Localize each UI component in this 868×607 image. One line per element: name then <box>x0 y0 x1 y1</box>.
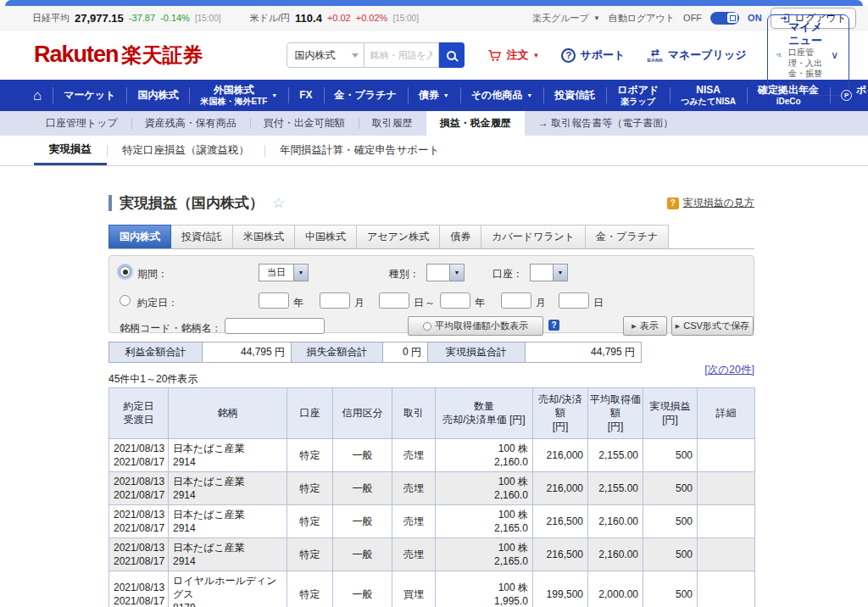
column-header: 数量 売却/決済単価 [円] <box>436 388 533 439</box>
cell-text: 500 <box>676 482 693 494</box>
moneybridge-link[interactable]: ⇄ BANK マネーブリッジ <box>647 47 746 63</box>
cell-trade-type: 売埋 <box>392 537 436 571</box>
asset-tab-1[interactable]: 投資信託 <box>171 225 233 248</box>
nav-item-bonds[interactable]: 債券▼ <box>408 80 460 111</box>
asset-tab-7[interactable]: 金・プラチナ <box>586 225 669 248</box>
trade-date-radio[interactable] <box>120 295 131 306</box>
cell-text: 2021/08/13 <box>114 509 164 521</box>
cell-account: 特定 <box>287 571 333 607</box>
avg-price-radio <box>423 322 431 331</box>
search-input[interactable] <box>364 42 439 68</box>
subnav-item-trade-history[interactable]: 取引履歴 <box>359 111 426 136</box>
nav-item-label-line1: ポイント <box>856 85 868 97</box>
subnav-item-pl-tax-history[interactable]: 損益・税金履歴 <box>426 111 525 136</box>
column-header: 口座 <box>287 388 333 439</box>
cell-text: 2021/08/17 <box>114 522 164 534</box>
tab-specific-account-pl[interactable]: 特定口座損益（譲渡益税） <box>107 136 264 165</box>
favorite-star-icon[interactable]: ☆ <box>272 194 285 212</box>
chevron-down-icon: ∨ <box>831 49 838 61</box>
cell-text: 500 <box>676 549 693 560</box>
cell-detail <box>698 571 755 607</box>
from-month-input[interactable] <box>320 292 350 309</box>
search-button[interactable] <box>439 42 465 68</box>
avg-price-help-icon[interactable] <box>548 320 559 331</box>
asset-tab-4[interactable]: アセアン株式 <box>357 225 440 248</box>
cell-avg-price: 2,000.00 <box>588 571 643 607</box>
cell-text: 2914 <box>173 489 196 501</box>
cell-text: 216,500 <box>547 515 583 527</box>
csv-save-button[interactable]: CSV形式で保存 <box>671 316 754 336</box>
cell-quantity-unit-price: 100 株1,995.0 <box>436 571 533 607</box>
asset-tab-6[interactable]: カバードワラント <box>481 225 586 248</box>
nav-item-mutual-funds[interactable]: 投資信託 <box>543 80 606 111</box>
title-accent-bar <box>108 195 112 211</box>
symbol-input[interactable] <box>225 318 325 334</box>
nav-item-point-investment[interactable]: ポイント投資▼ <box>830 80 868 111</box>
nav-item-home[interactable]: ⌂ <box>22 80 53 111</box>
to-month-input[interactable] <box>501 292 531 309</box>
tab-annual-pl-support[interactable]: 年間損益計算・確定申告サポート <box>264 136 454 165</box>
from-year-input[interactable] <box>259 292 289 309</box>
nav-item-market[interactable]: マーケット <box>53 80 126 111</box>
support-link[interactable]: サポート <box>561 47 625 63</box>
column-header: 信用区分 <box>333 388 392 439</box>
nav-item-nisa[interactable]: NISAつみたてNISA <box>670 80 747 111</box>
summary-value: 44,795 円 <box>202 342 291 362</box>
subnav-item-reports[interactable]: → 取引報告書等（電子書面） <box>525 111 687 136</box>
nav-item-dc-pension[interactable]: 確定拠出年金iDeCo <box>747 80 830 111</box>
cell-sell-amount: 199,500 <box>533 571 588 607</box>
order-label: 注文 <box>507 47 529 63</box>
cell-text: 特定 <box>300 482 320 494</box>
subnav-item-balance[interactable]: 資産残高・保有商品 <box>131 111 250 136</box>
avg-price-decimal-button[interactable]: 平均取得価額小数表示 <box>408 316 543 336</box>
nav-item-foreign-stock[interactable]: 外国株式米国株・海外ETF▼ <box>189 80 288 111</box>
asset-tab-3[interactable]: 中国株式 <box>295 225 357 248</box>
asset-tab-0[interactable]: 国内株式 <box>108 225 171 248</box>
tab-realized-pl[interactable]: 実現損益 <box>34 136 107 165</box>
month-unit-label: 月 <box>354 296 364 310</box>
type-select[interactable] <box>426 264 465 281</box>
cell-text: 2914 <box>173 456 196 468</box>
avg-price-button-label: 平均取得価額小数表示 <box>435 320 528 332</box>
cell-text: 216,500 <box>547 549 583 560</box>
cell-text: ロイヤルホールディングス <box>173 575 277 600</box>
asset-tab-5[interactable]: 債券 <box>440 225 481 248</box>
next-page-link[interactable]: [次の20件] <box>704 363 754 377</box>
logo-text-jp: 楽天証券 <box>122 43 203 66</box>
to-day-input[interactable] <box>559 292 589 309</box>
site-header: Rakuten楽天証券 国内株式 注文 ▼ サポート ⇄ BANK マネーブリッ… <box>0 31 868 80</box>
nav-item-label: 債券 <box>419 90 439 102</box>
cell-text: 500 <box>676 515 693 527</box>
cell-text: 100 株 <box>498 582 528 593</box>
from-day-input[interactable] <box>379 292 409 309</box>
subnav-item-account-top[interactable]: 口座管理トップ <box>32 111 131 136</box>
cell-text: 2021/08/17 <box>114 489 164 501</box>
nav-item-gold-platinum[interactable]: 金・プラチナ <box>324 80 408 111</box>
search-category-select[interactable]: 国内株式 <box>287 42 364 68</box>
rakuten-securities-logo[interactable]: Rakuten楽天証券 <box>34 42 203 69</box>
nav-item-other-products[interactable]: その他商品▼ <box>460 80 544 111</box>
cell-text: 8179 <box>173 602 196 607</box>
subnav-item-buying-power[interactable]: 買付・出金可能額 <box>250 111 359 136</box>
period-radio[interactable] <box>120 266 131 277</box>
nav-item-label-line2: つみたてNISA <box>681 97 736 107</box>
order-menu[interactable]: 注文 ▼ <box>487 47 540 63</box>
account-select[interactable] <box>530 264 568 281</box>
help-link[interactable]: 実現損益の見方 <box>683 196 754 210</box>
nav-item-domestic-stock[interactable]: 国内株式 <box>126 80 189 111</box>
nav-item-label-line1: 確定拠出年金 <box>758 85 819 97</box>
chevron-down-icon <box>352 53 359 58</box>
cell-trade-type: 売埋 <box>392 438 436 471</box>
person-menu-icon <box>776 47 782 64</box>
to-year-input[interactable] <box>440 292 470 309</box>
asset-tab-2[interactable]: 米国株式 <box>233 225 295 248</box>
nav-item-roboad[interactable]: ロボアド楽ラップ <box>606 80 670 111</box>
show-button[interactable]: 表示 <box>623 316 667 336</box>
auto-logout-toggle[interactable] <box>710 12 739 25</box>
rakuten-group-menu[interactable]: 楽天グループ ▼ <box>532 12 600 25</box>
nav-item-label: NISAつみたてNISA <box>681 85 736 106</box>
cell-text: 2,160.0 <box>494 456 528 468</box>
nikkei-change-pct: -0.14% <box>160 13 190 23</box>
nav-item-fx[interactable]: FX <box>288 80 323 111</box>
period-select[interactable]: 当日 <box>259 264 309 281</box>
